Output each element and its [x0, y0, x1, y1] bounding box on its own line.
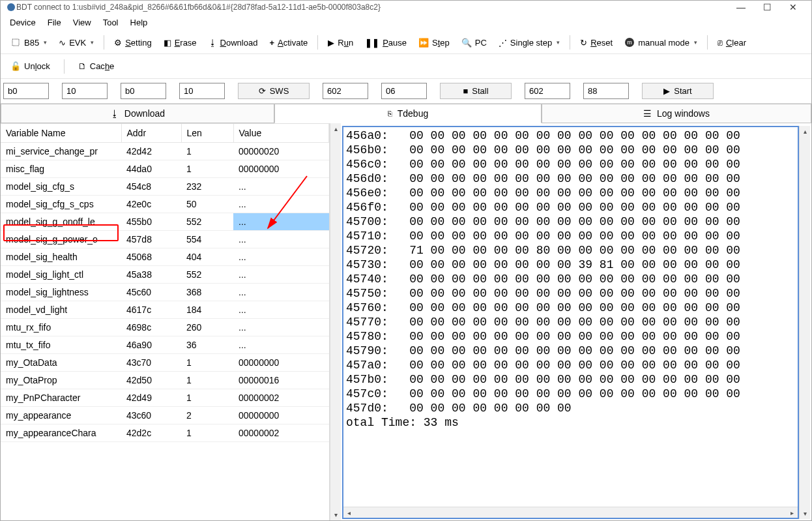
- cell-value: 00000002: [233, 424, 329, 442]
- left-vscroll[interactable]: ▴ ▾: [330, 123, 341, 520]
- chip-icon: [10, 37, 21, 48]
- menu-device[interactable]: Device: [5, 15, 41, 30]
- table-row[interactable]: model_sig_cfg_s454c8232...: [1, 178, 329, 196]
- cache-button[interactable]: 🗋 Cache: [72, 58, 121, 74]
- wave-icon: ∿: [59, 38, 66, 48]
- run-button[interactable]: ▶ Run: [322, 35, 359, 51]
- table-row[interactable]: mtu_rx_fifo4698c260...: [1, 319, 329, 336]
- addr3-input[interactable]: [323, 83, 368, 99]
- erase-button[interactable]: ◧ Erase: [158, 35, 203, 51]
- eraser-icon: ◧: [164, 38, 171, 48]
- close-button[interactable]: ✕: [780, 2, 806, 12]
- svg-text:m: m: [627, 39, 632, 46]
- hex-hscroll[interactable]: ◂▸: [343, 507, 798, 518]
- menu-file[interactable]: File: [42, 15, 66, 30]
- table-row[interactable]: model_sig_light_ctl45a38552...: [1, 266, 329, 284]
- col-addr[interactable]: Addr: [121, 124, 181, 143]
- cell-name: model_vd_light: [1, 301, 121, 319]
- tab-download[interactable]: ⭳ Download: [1, 104, 274, 123]
- evk-select[interactable]: ∿ EVK▾: [53, 35, 100, 51]
- cell-len: 1: [181, 372, 233, 389]
- cell-len: 552: [181, 213, 233, 231]
- start-button[interactable]: ▶ Start: [642, 83, 714, 99]
- cell-addr: 42d2c: [121, 424, 181, 442]
- maximize-button[interactable]: ☐: [754, 2, 780, 12]
- stall-button[interactable]: ■ Stall: [440, 83, 512, 99]
- cell-name: mtu_tx_fifo: [1, 336, 121, 354]
- single-step-button[interactable]: ⋰ Single step▾: [493, 35, 566, 51]
- cell-addr: 45c60: [121, 284, 181, 301]
- toolbar-params: ⟳ SWS ■ Stall ▶ Start: [1, 79, 811, 104]
- minimize-button[interactable]: —: [728, 2, 754, 12]
- cell-value: 00000016: [233, 372, 329, 389]
- cell-value: 00000002: [233, 389, 329, 407]
- cell-name: my_appearance: [1, 407, 121, 424]
- table-row[interactable]: model_sig_g_onoff_le455b0552...: [1, 213, 329, 231]
- cell-len: 1: [181, 160, 233, 178]
- clear-button[interactable]: ⎚ Clear: [712, 35, 752, 51]
- col-value[interactable]: Value: [233, 124, 329, 143]
- table-row[interactable]: my_OtaProp42d50100000016: [1, 372, 329, 389]
- cell-value: ...: [233, 284, 329, 301]
- cell-name: model_sig_cfg_s_cps: [1, 196, 121, 213]
- table-row[interactable]: model_sig_cfg_s_cps42e0c50...: [1, 196, 329, 213]
- pause-button[interactable]: ❚❚ Pause: [359, 35, 413, 51]
- step-button[interactable]: ⏩ Step: [413, 35, 456, 51]
- cell-len: 184: [181, 301, 233, 319]
- col-name[interactable]: Variable Name: [1, 124, 121, 143]
- refresh-icon: ⟳: [259, 86, 266, 96]
- len3-input[interactable]: [381, 83, 427, 99]
- table-row[interactable]: misc_flag44da0100000000: [1, 160, 329, 178]
- table-row[interactable]: my_appearance43c60200000000: [1, 407, 329, 424]
- table-row[interactable]: model_sig_health45068404...: [1, 248, 329, 266]
- reset-button[interactable]: ↻ Reset: [574, 35, 618, 51]
- cell-value: ...: [233, 178, 329, 196]
- debug-icon: ⎘: [388, 110, 392, 117]
- table-row[interactable]: model_sig_lightness45c60368...: [1, 284, 329, 301]
- chip-select[interactable]: B85▾: [5, 34, 53, 51]
- menu-view[interactable]: View: [68, 15, 96, 30]
- table-row[interactable]: mtu_tx_fifo46a9036...: [1, 336, 329, 354]
- cell-value: ...: [233, 196, 329, 213]
- tab-tdebug[interactable]: ⎘ Tdebug: [274, 104, 542, 123]
- window-title: BDT connect to 1:usb#vid_248a&pid_8266#6…: [16, 3, 728, 12]
- activate-button[interactable]: + Activate: [263, 35, 313, 51]
- mode-icon: m: [624, 37, 635, 48]
- addr1-input[interactable]: [3, 83, 49, 99]
- len2-input[interactable]: [179, 83, 225, 99]
- len4-input[interactable]: [583, 83, 629, 99]
- clear-icon: ⎚: [718, 38, 723, 48]
- menu-tool[interactable]: Tool: [98, 15, 124, 30]
- table-row[interactable]: my_appearanceChara42d2c100000002: [1, 424, 329, 442]
- tab-row: ⭳ Download ⎘ Tdebug ☰ Log windows: [1, 104, 811, 123]
- manual-mode-button[interactable]: m manual mode▾: [618, 34, 703, 51]
- len1-input[interactable]: [62, 83, 108, 99]
- hex-vscroll[interactable]: ▴ ▾: [799, 126, 810, 519]
- table-row[interactable]: mi_service_change_pr42d42100000020: [1, 143, 329, 160]
- cell-addr: 46a90: [121, 336, 181, 354]
- variable-table: Variable Name Addr Len Value mi_service_…: [1, 124, 329, 442]
- cell-name: misc_flag: [1, 160, 121, 178]
- cell-addr: 44da0: [121, 160, 181, 178]
- app-window: BDT connect to 1:usb#vid_248a&pid_8266#6…: [0, 0, 812, 521]
- cell-value: ...: [233, 231, 329, 248]
- unlock-button[interactable]: 🔓 Unlock: [5, 58, 56, 74]
- table-row[interactable]: model_sig_g_power_o457d8554...: [1, 231, 329, 248]
- pc-button[interactable]: 🔍 PC: [456, 35, 493, 51]
- download-button[interactable]: ⭳ Download: [203, 35, 264, 51]
- setting-button[interactable]: ⚙ Setting: [108, 35, 157, 51]
- menu-help[interactable]: Help: [125, 15, 153, 30]
- cell-addr: 4698c: [121, 319, 181, 336]
- cell-name: model_sig_cfg_s: [1, 178, 121, 196]
- table-row[interactable]: my_OtaData43c70100000000: [1, 354, 329, 372]
- col-len[interactable]: Len: [181, 124, 233, 143]
- addr2-input[interactable]: [121, 83, 166, 99]
- tab-log[interactable]: ☰ Log windows: [542, 104, 811, 123]
- hex-view[interactable]: 456a0: 00 00 00 00 00 00 00 00 00 00 00 …: [342, 126, 799, 519]
- table-row[interactable]: my_PnPCharacter42d49100000002: [1, 389, 329, 407]
- table-row[interactable]: model_vd_light4617c184...: [1, 301, 329, 319]
- cell-addr: 42d50: [121, 372, 181, 389]
- menubar: Device File View Tool Help: [1, 14, 811, 31]
- sws-button[interactable]: ⟳ SWS: [238, 83, 310, 99]
- addr4-input[interactable]: [525, 83, 570, 99]
